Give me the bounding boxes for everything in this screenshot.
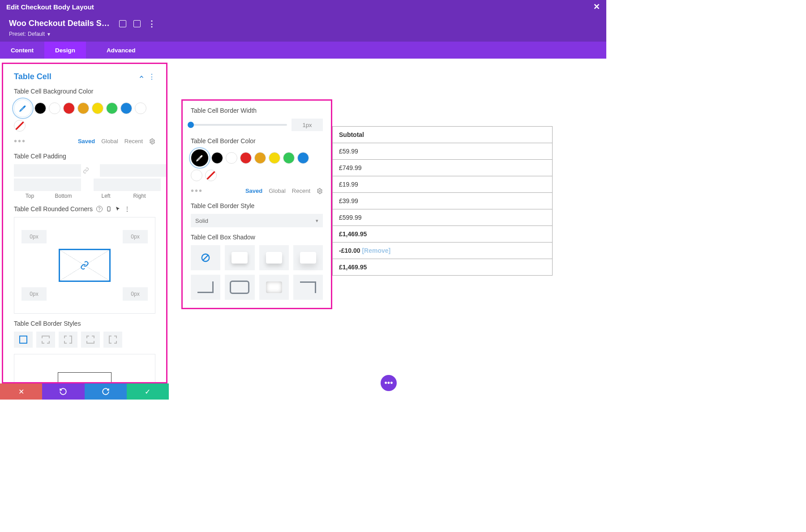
swatch-black[interactable] — [34, 102, 46, 114]
swatch-orange[interactable] — [77, 102, 89, 114]
tab-content[interactable]: Content — [0, 42, 44, 59]
svg-point-0 — [151, 140, 153, 142]
tab-design[interactable]: Design — [44, 42, 86, 59]
corner-br-input[interactable] — [123, 287, 148, 301]
gear-icon[interactable] — [149, 138, 155, 145]
more-dots-icon[interactable]: ••• — [14, 136, 26, 146]
shadow-opt-2[interactable] — [259, 245, 289, 270]
cancel-button[interactable]: ✕ — [0, 383, 42, 400]
gear-border-icon[interactable] — [317, 188, 323, 194]
border-floating-panel: Table Cell Border Width 1px Table Cell B… — [181, 99, 332, 309]
swatch-b-red[interactable] — [240, 152, 252, 164]
save-button[interactable]: ✓ — [127, 383, 169, 400]
swatch-white[interactable] — [49, 102, 60, 114]
border-preview — [14, 354, 155, 382]
grand-total: £1,469.95 — [333, 259, 553, 276]
section-kebab-icon[interactable]: ⋮ — [148, 72, 155, 81]
tabs: Content Design Advanced — [0, 42, 606, 59]
padding-right-input[interactable] — [94, 179, 161, 191]
swatch-white2[interactable] — [135, 102, 146, 114]
swatch-b-black[interactable] — [211, 152, 223, 164]
border-left-button[interactable] — [103, 332, 122, 348]
shadow-opt-6[interactable] — [259, 275, 289, 300]
table-row: £599.99 — [333, 209, 553, 226]
swatch-b-white2[interactable] — [191, 170, 202, 181]
preset-value: Default — [28, 31, 45, 37]
swatch-b-orange[interactable] — [254, 152, 266, 164]
border-all-button[interactable] — [14, 332, 33, 348]
columns-icon[interactable] — [133, 20, 141, 27]
redo-button[interactable] — [85, 383, 127, 400]
preview-rect — [58, 372, 111, 382]
swatch-tab-saved-2[interactable]: Saved — [245, 187, 262, 194]
border-width-value[interactable]: 1px — [292, 119, 323, 131]
corner-tr-input[interactable] — [123, 230, 148, 243]
link-corners-icon[interactable] — [59, 249, 111, 282]
swatch-tab-recent-2[interactable]: Recent — [292, 187, 310, 194]
swatch-b-blue[interactable] — [297, 152, 309, 164]
swatch-yellow[interactable] — [92, 102, 103, 114]
padding-top-input[interactable] — [14, 164, 81, 177]
swatch-blue[interactable] — [120, 102, 132, 114]
close-icon[interactable]: ✕ — [593, 2, 600, 12]
swatch-b-white[interactable] — [226, 152, 237, 164]
shadow-none[interactable] — [191, 245, 220, 270]
corner-tl-input[interactable] — [21, 230, 47, 243]
select-caret-icon: ▾ — [316, 218, 318, 224]
swatch-tab-global[interactable]: Global — [101, 138, 118, 145]
table-row: £59.99 — [333, 143, 553, 160]
border-width-slider[interactable] — [191, 124, 287, 126]
undo-button[interactable] — [42, 383, 84, 400]
discount-row: -£10.00 [Remove] — [333, 243, 553, 259]
padding-top-label: Top — [14, 193, 46, 199]
rounded-kebab-icon[interactable]: ⋮ — [124, 205, 130, 213]
border-bottom-button[interactable] — [81, 332, 100, 348]
phone-icon[interactable] — [106, 205, 111, 213]
padding-bottom-input[interactable] — [14, 179, 81, 191]
swatch-tab-recent[interactable]: Recent — [124, 138, 143, 145]
collapse-icon[interactable] — [138, 74, 145, 80]
hover-cursor-icon[interactable] — [115, 206, 120, 212]
border-top-button[interactable] — [36, 332, 55, 348]
label-box-shadow: Table Cell Box Shadow — [191, 234, 323, 241]
titlebar-title: Edit Checkout Body Layout — [6, 3, 94, 11]
corner-bl-input[interactable] — [21, 287, 47, 301]
swatch-red[interactable] — [63, 102, 75, 114]
swatch-b-green[interactable] — [283, 152, 295, 164]
shadow-opt-4[interactable] — [191, 275, 220, 300]
padding-right-label: Right — [124, 193, 155, 199]
swatch-none[interactable] — [14, 120, 26, 132]
subtotal-total: £1,469.95 — [333, 226, 553, 243]
shadow-opt-5[interactable] — [225, 275, 254, 300]
help-icon[interactable]: ? — [96, 206, 103, 212]
chevron-down-icon: ▼ — [47, 32, 51, 37]
padding-left-input[interactable] — [100, 164, 166, 177]
module-title: Woo Checkout Details Setti... — [9, 19, 112, 28]
swatch-b-yellow[interactable] — [269, 152, 280, 164]
preset-label: Preset: — [9, 31, 26, 37]
preset-selector[interactable]: Preset: Default ▼ — [9, 31, 597, 37]
fab-more-icon[interactable]: ••• — [381, 375, 397, 391]
swatch-green[interactable] — [106, 102, 118, 114]
shadow-opt-3[interactable] — [293, 245, 323, 270]
shadow-opt-1[interactable] — [225, 245, 254, 270]
label-padding: Table Cell Padding — [14, 153, 155, 160]
swatch-tab-saved[interactable]: Saved — [78, 138, 95, 145]
expand-icon[interactable] — [119, 20, 126, 27]
border-style-select[interactable]: Solid ▾ — [191, 214, 323, 227]
label-border-color: Table Cell Border Color — [191, 137, 323, 145]
shadow-opt-7[interactable] — [293, 275, 323, 300]
label-border-styles: Table Cell Border Styles — [14, 320, 155, 327]
swatch-b-none[interactable] — [205, 170, 217, 181]
more-dots-border-icon[interactable]: ••• — [191, 186, 203, 196]
th-subtotal: Subtotal — [333, 127, 553, 143]
eyedropper-icon[interactable] — [14, 99, 32, 117]
eyedropper-border-icon[interactable] — [191, 149, 209, 167]
swatch-tab-global-2[interactable]: Global — [269, 187, 286, 194]
link-vert-icon[interactable] — [83, 167, 89, 174]
section-title: Table Cell — [14, 72, 51, 81]
tab-advanced[interactable]: Advanced — [96, 42, 146, 59]
slider-thumb[interactable] — [188, 122, 194, 128]
border-right-button[interactable] — [59, 332, 77, 348]
remove-link[interactable]: [Remove] — [362, 247, 390, 254]
